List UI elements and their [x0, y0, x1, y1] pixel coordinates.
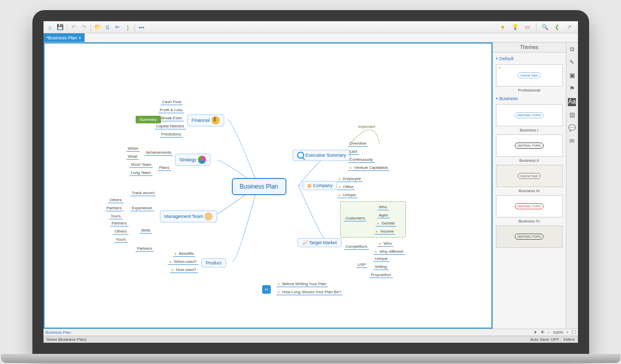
image-icon[interactable]: ▣: [568, 72, 576, 80]
leaf-predictions[interactable]: Predictions: [160, 131, 183, 138]
filter-icon[interactable]: ▼: [533, 330, 537, 335]
zoom-out-icon[interactable]: −: [548, 330, 550, 335]
save-icon[interactable]: 💾: [56, 23, 65, 32]
theme-business-3[interactable]: Central Topic: [496, 165, 563, 187]
leaf-whydiff[interactable]: Why different: [374, 249, 405, 255]
tab-close-icon[interactable]: ×: [78, 35, 81, 40]
leaf-what[interactable]: What: [127, 154, 139, 160]
marker-icon[interactable]: ✎: [568, 59, 576, 67]
share-icon[interactable]: ❮: [553, 23, 562, 32]
leaf-partners1[interactable]: Partners: [105, 205, 123, 211]
presentation-icon[interactable]: ▼: [499, 23, 508, 32]
float-item-1[interactable]: Before Writing Your Plan: [276, 281, 328, 287]
leaf-trackrecord[interactable]: Track record: [131, 190, 156, 196]
strike-icon[interactable]: S: [103, 23, 112, 32]
leaf-partners2[interactable]: Partners: [110, 220, 129, 226]
mindmap-canvas[interactable]: Business Plan Summary Financial Cash Flo…: [44, 42, 492, 329]
category-default[interactable]: Default: [496, 55, 563, 63]
leaf-last[interactable]: Last: [348, 149, 359, 155]
topic-label: Company: [313, 183, 333, 188]
leaf-competitors[interactable]: Competitors: [344, 244, 369, 250]
topic-management[interactable]: Management Team: [160, 210, 218, 222]
leaf-longteam[interactable]: Long Team: [130, 170, 152, 176]
home-icon[interactable]: ⌂: [46, 23, 55, 32]
leaf-proposition[interactable]: Proposition: [369, 272, 393, 278]
tab-business-plan[interactable]: *Business Plan ×: [44, 33, 85, 42]
leaf-customers[interactable]: Customers: [344, 215, 367, 221]
open-icon[interactable]: 📁: [93, 23, 102, 32]
close-icon[interactable]: }: [123, 23, 133, 32]
themes-panel: Themes Default ★ Central Topic Professio…: [492, 42, 566, 329]
search-icon[interactable]: 🔍: [541, 23, 550, 32]
leaf-achievements[interactable]: Achievements: [145, 150, 173, 156]
leaf-when[interactable]: When: [127, 146, 140, 152]
idea-icon[interactable]: 💡: [511, 23, 520, 32]
indent-icon[interactable]: ⇤: [113, 23, 122, 32]
task-icon[interactable]: ▭: [523, 23, 532, 32]
comments-icon[interactable]: 💬: [568, 124, 576, 132]
eye-icon[interactable]: 👁: [541, 330, 545, 335]
tabs-bar: *Business Plan ×: [44, 33, 578, 42]
task-icon[interactable]: ✉: [568, 138, 576, 146]
zoom-in-icon[interactable]: +: [566, 330, 569, 335]
leaf-gender[interactable]: Gender: [376, 220, 397, 226]
undo-icon[interactable]: ↶: [69, 23, 78, 32]
topic-executive[interactable]: Executive Summary: [293, 150, 351, 161]
leaf-income[interactable]: Income: [375, 229, 395, 235]
outline-icon[interactable]: ⧉: [568, 46, 576, 54]
notes-icon[interactable]: ▤: [568, 111, 576, 119]
theme-business-4[interactable]: CENTRAL TOPIC: [496, 195, 563, 217]
leaf-shortteam[interactable]: Short Team: [130, 162, 153, 168]
leaf-capital[interactable]: Capital Needed: [155, 123, 186, 129]
theme-professional[interactable]: ★ Central Topic: [496, 64, 563, 86]
leaf-experience[interactable]: Experience: [131, 205, 154, 211]
leaf-cashflow[interactable]: Cash Flow: [161, 99, 183, 105]
float-item-2[interactable]: How Long Should Your Plan Be?: [276, 289, 343, 295]
topic-financial[interactable]: Financial: [187, 114, 224, 126]
theme-business-1[interactable]: CENTRAL TOPIC: [496, 104, 563, 126]
category-business[interactable]: Business: [496, 95, 563, 103]
export-icon[interactable]: ↗: [565, 23, 574, 32]
redo-icon[interactable]: ↷: [79, 23, 89, 32]
more-icon[interactable]: •••: [137, 23, 146, 32]
leaf-plans[interactable]: Plans: [158, 165, 171, 171]
topic-product[interactable]: Product: [201, 258, 226, 267]
summary-tag[interactable]: Summary: [136, 116, 161, 123]
leaf-usp[interactable]: USP: [356, 262, 367, 268]
leaf-unique2[interactable]: Unique: [374, 256, 389, 262]
central-topic[interactable]: Business Plan: [232, 178, 286, 195]
separator: [91, 23, 91, 31]
leaf-selling[interactable]: Selling: [374, 264, 389, 270]
floating-topic[interactable]: H: [262, 285, 271, 294]
leaf-breakeven[interactable]: Break Even: [160, 115, 184, 121]
leaf-office[interactable]: Office: [337, 184, 355, 190]
flag-icon[interactable]: ⚑: [568, 85, 576, 93]
leaf-who[interactable]: Who: [378, 204, 389, 210]
leaf-yours1[interactable]: Yours: [109, 213, 122, 219]
leaf-others1[interactable]: Others: [108, 197, 123, 203]
leaf-benefits[interactable]: Benefits: [173, 251, 195, 257]
sheet-tab[interactable]: Business Plan: [46, 330, 71, 335]
leaf-continuously[interactable]: Continuously: [348, 157, 375, 163]
leaf-overview[interactable]: Overview: [348, 141, 368, 147]
fit-icon[interactable]: ⛶: [572, 330, 576, 335]
leaf-whenused[interactable]: When used?: [168, 259, 198, 265]
leaf-skills[interactable]: Skills: [140, 228, 152, 234]
theme-business-2[interactable]: CENTRAL TOPIC: [496, 134, 563, 157]
topic-company[interactable]: ▦ Company: [303, 181, 338, 190]
leaf-venture[interactable]: Venture Capitalists: [348, 165, 390, 171]
leaf-howused[interactable]: How used?: [170, 267, 198, 273]
theme-label: Professional: [496, 88, 563, 93]
leaf-others2[interactable]: Others: [113, 229, 129, 235]
topic-strategy[interactable]: Strategy: [175, 154, 211, 166]
leaf-yours2[interactable]: Yours: [114, 237, 128, 243]
leaf-who2[interactable]: Who: [378, 241, 394, 247]
topic-target[interactable]: 📈 Target Market: [298, 238, 342, 247]
fill-icon[interactable]: Aa: [568, 98, 576, 106]
leaf-partners3[interactable]: Partners: [136, 246, 154, 252]
theme-business-5[interactable]: CENTRAL TOPIC: [496, 225, 563, 248]
leaf-unique[interactable]: Unique: [337, 192, 358, 198]
leaf-profitloss[interactable]: Profit & Loss: [158, 107, 184, 113]
leaf-ages[interactable]: Ages: [378, 212, 390, 218]
leaf-employee[interactable]: Employee: [337, 176, 363, 182]
